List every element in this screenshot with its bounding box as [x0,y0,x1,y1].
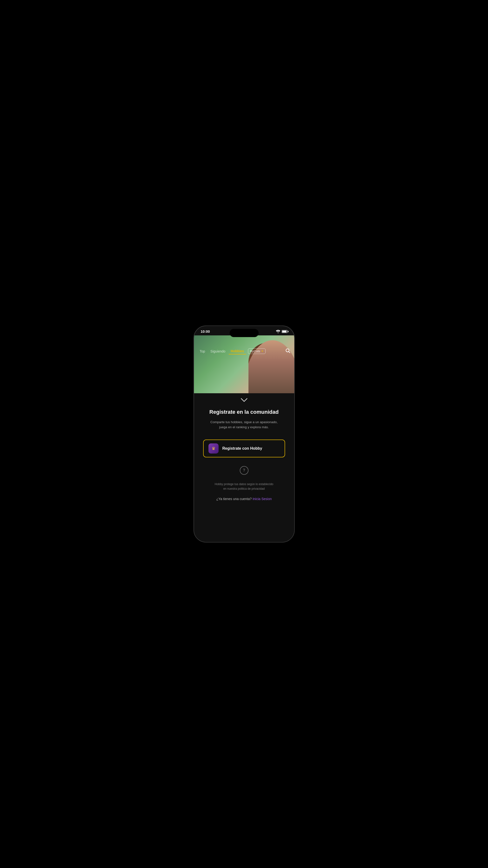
chevron-down-icon [241,398,248,404]
battery-icon [282,330,288,333]
login-prompt-label: ¿Ya tienes una cuenta? [216,497,252,501]
phone-shell: 10:00 Top Siguiendo Hobbies [194,326,295,542]
tab-hobbies[interactable]: Hobbies [229,348,246,354]
login-prompt-text: ¿Ya tienes una cuenta? Inicia Sesion [216,497,271,501]
search-icon [285,348,290,353]
content-area: Registrate en la comunidad Comparte tus … [194,393,294,542]
dropdown-arrow-icon: ▼ [261,350,264,352]
status-time: 10:00 [201,329,210,334]
privacy-text: Hobby protege tus datos según lo estable… [213,482,275,491]
login-link[interactable]: Inicia Sesion [253,497,271,501]
register-hobby-button[interactable]: ♛ Registrate con Hobby [203,439,285,457]
status-icons [276,330,288,333]
register-subtitle: Comparte tus hobbies, sigue a un apasion… [210,420,278,430]
help-icon[interactable]: ? [240,466,249,475]
dynamic-island [230,329,259,337]
help-question-mark: ? [243,468,245,472]
bycuts-dropdown[interactable]: ByCuts ▼ [248,348,266,354]
search-button[interactable] [285,348,290,354]
dropdown-label: ByCuts [250,349,260,353]
screen: 10:00 Top Siguiendo Hobbies [194,326,294,542]
crown-icon: ♛ [212,446,216,451]
hero-bg [194,335,294,393]
hero-image: Top Siguiendo Hobbies ByCuts ▼ [194,335,294,393]
wifi-icon [276,330,280,333]
svg-line-1 [289,351,290,353]
nav-bar: Top Siguiendo Hobbies ByCuts ▼ [194,346,294,356]
tab-siguiendo[interactable]: Siguiendo [208,348,227,354]
hobby-icon-wrap: ♛ [208,443,219,454]
tab-top[interactable]: Top [198,348,207,354]
register-title: Registrate en la comunidad [209,409,279,416]
register-button-label: Registrate con Hobby [222,446,262,451]
